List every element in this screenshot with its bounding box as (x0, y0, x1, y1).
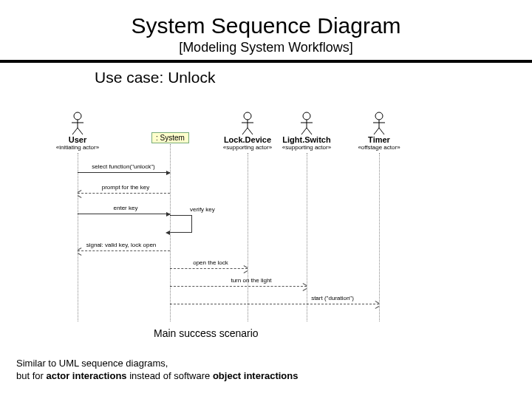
actor-lock-stereo: «supporting actor» (218, 144, 277, 151)
actor-timer: Timer «offstage actor» (349, 112, 409, 151)
system-object: : System (151, 132, 189, 143)
msg-start-duration: start ("duration") (292, 295, 373, 301)
msg-select-function: select function("unlock") (79, 163, 168, 170)
footnote-line1: Similar to UML sequence diagrams, (16, 358, 168, 369)
footnote-2d: object interactions (213, 370, 299, 381)
actor-timer-name: Timer (349, 135, 409, 144)
actor-timer-stereo: «offstage actor» (349, 144, 409, 151)
self-call-arrowhead (166, 231, 170, 235)
sequence-diagram: User «initiating actor» Lock.Device «sup… (63, 112, 440, 326)
actor-lock: Lock.Device «supporting actor» (218, 112, 277, 151)
actor-light-stereo: «supporting actor» (277, 144, 336, 151)
svg-line-19 (379, 128, 384, 134)
svg-point-15 (375, 112, 383, 120)
actor-lock-name: Lock.Device (218, 135, 277, 144)
svg-line-14 (307, 128, 312, 134)
self-call-box (170, 215, 192, 233)
arrow-m1 (78, 172, 170, 173)
arrow-m3 (78, 214, 170, 214)
msg-turn-on-light: turn on the light (211, 277, 292, 284)
footnote-2b: actor interactions (46, 370, 126, 381)
msg-verify-key: verify key (190, 206, 215, 213)
svg-point-0 (74, 112, 81, 120)
arrow-m7 (170, 286, 307, 287)
page-title: System Sequence Diagram (0, 0, 532, 38)
arrow-m6 (170, 268, 248, 269)
footnote: Similar to UML sequence diagrams, but fo… (16, 358, 298, 383)
stick-figure-icon (298, 112, 316, 135)
footnote-2a: but for (16, 370, 46, 381)
msg-open-lock: open the lock (177, 259, 244, 266)
arrow-m8 (170, 304, 379, 304)
actor-user-name: User (48, 135, 107, 144)
stick-figure-icon (239, 112, 256, 135)
arrow-m2 (78, 193, 170, 194)
msg-enter-key: enter key (100, 205, 151, 211)
msg-prompt-key: prompt for the key (85, 184, 166, 191)
stick-figure-icon (69, 112, 86, 135)
lifeline-timer (379, 153, 380, 321)
footnote-2c: instead of software (127, 370, 213, 381)
page-subtitle: [Modeling System Workflows] (0, 40, 532, 55)
divider (0, 60, 532, 63)
actor-light-name: Light.Switch (277, 135, 336, 144)
svg-line-13 (301, 128, 307, 134)
lifeline-lock (248, 153, 248, 321)
actor-user: User «initiating actor» (48, 112, 107, 151)
lifeline-user (78, 153, 78, 321)
svg-line-8 (242, 128, 248, 134)
diagram-caption: Main success scenario (154, 327, 259, 339)
usecase-label: Use case: Unlock (95, 69, 532, 86)
svg-line-18 (374, 128, 379, 134)
svg-point-10 (303, 112, 310, 120)
arrow-m5 (78, 250, 170, 251)
svg-line-4 (78, 128, 83, 134)
actor-light: Light.Switch «supporting actor» (277, 112, 336, 151)
svg-line-9 (248, 128, 253, 134)
svg-line-3 (72, 128, 78, 134)
actor-user-stereo: «initiating actor» (48, 144, 107, 151)
stick-figure-icon (370, 112, 388, 135)
msg-signal-valid: signal: valid key, lock open (73, 242, 169, 248)
svg-point-5 (244, 112, 251, 120)
